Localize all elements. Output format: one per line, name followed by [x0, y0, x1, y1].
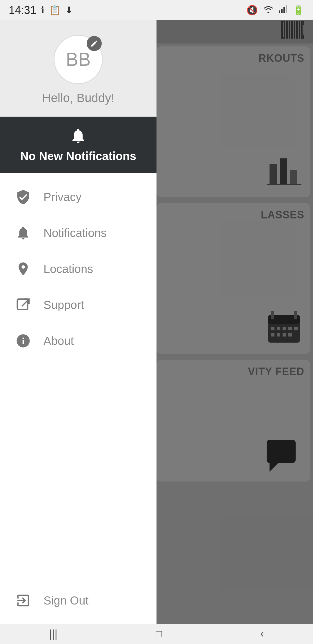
svg-rect-40 [17, 299, 28, 310]
bell-icon [14, 224, 32, 242]
status-bar: 14:31 ℹ 📋 ⬇ 🔇 🔋 [0, 0, 313, 20]
avatar-container: BB [54, 35, 103, 84]
menu-item-notifications[interactable]: Notifications [0, 215, 156, 251]
privacy-label: Privacy [43, 191, 81, 204]
avatar-initials: BB [66, 49, 90, 70]
svg-rect-39 [286, 5, 287, 13]
no-notifications-text: No New Notifications [20, 150, 136, 163]
notifications-label: Notifications [43, 227, 107, 240]
sign-out-section: Sign Out [0, 583, 156, 624]
sign-out-label: Sign Out [43, 594, 89, 607]
notification-banner: No New Notifications [0, 117, 156, 173]
notification-bell-icon [70, 127, 87, 146]
back-button[interactable]: ‹ [249, 625, 275, 643]
battery-icon: 🔋 [293, 5, 304, 16]
menu-item-about[interactable]: About [0, 323, 156, 359]
info-icon: ℹ [41, 5, 44, 16]
menu-item-privacy[interactable]: Privacy [0, 179, 156, 215]
status-right: 🔇 🔋 [246, 5, 304, 16]
greeting-text: Hello, Buddy! [42, 91, 114, 105]
recents-button[interactable]: ||| [38, 625, 69, 643]
svg-rect-38 [283, 7, 285, 13]
menu-item-support[interactable]: Support [0, 287, 156, 323]
external-link-icon [14, 296, 32, 314]
wifi-icon [263, 5, 274, 16]
locations-label: Locations [43, 263, 93, 276]
menu-list: Privacy Notifications Locations [0, 173, 156, 583]
svg-rect-37 [281, 9, 283, 13]
sign-out-icon [14, 592, 32, 609]
dim-overlay[interactable] [156, 20, 313, 624]
location-pin-icon [14, 260, 32, 278]
menu-item-locations[interactable]: Locations [0, 251, 156, 287]
about-label: About [43, 334, 74, 348]
status-left: 14:31 ℹ 📋 ⬇ [9, 4, 73, 17]
svg-rect-36 [279, 10, 280, 13]
status-time: 14:31 [9, 4, 36, 17]
bottom-nav: ||| □ ‹ [0, 624, 313, 644]
profile-header: BB Hello, Buddy! [0, 20, 156, 117]
mute-icon: 🔇 [246, 5, 258, 16]
shield-check-icon [14, 188, 32, 206]
info-circle-icon [14, 332, 32, 350]
drawer: BB Hello, Buddy! No New Notifications [0, 20, 156, 624]
sign-out-button[interactable]: Sign Out [14, 592, 142, 609]
clipboard-icon: 📋 [49, 5, 61, 16]
support-label: Support [43, 299, 84, 312]
download-icon: ⬇ [65, 5, 73, 16]
edit-avatar-button[interactable] [87, 36, 102, 51]
signal-icon [279, 5, 287, 16]
home-button[interactable]: □ [144, 625, 174, 643]
